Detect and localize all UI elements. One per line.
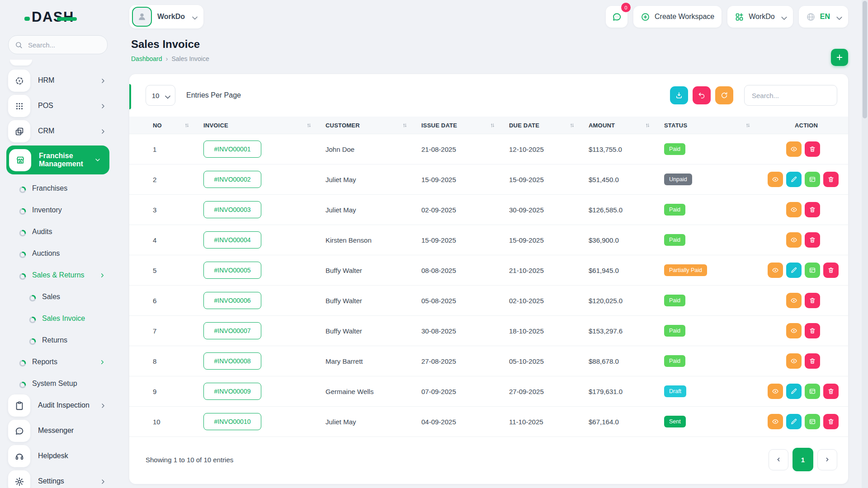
language-selector[interactable]: EN	[799, 6, 848, 28]
edit-button[interactable]	[786, 172, 802, 187]
column-header-amount[interactable]: AMOUNT	[589, 117, 664, 134]
invoice-link[interactable]: #INVO00008	[203, 352, 261, 370]
sidebar-item-sales-invoice[interactable]: Sales Invoice	[8, 308, 110, 329]
delete-button[interactable]	[823, 263, 839, 278]
entries-per-page-select[interactable]: 10	[146, 85, 175, 106]
payment-button[interactable]	[805, 172, 820, 187]
column-header-issue-date[interactable]: ISSUE DATE	[421, 117, 509, 134]
amount: $36,900.0	[589, 236, 619, 244]
view-button[interactable]	[768, 384, 783, 399]
customer-name: Buffy Walter	[326, 327, 362, 335]
sidebar-item-reports[interactable]: Reports	[8, 351, 110, 373]
ring-icon	[18, 272, 27, 281]
ring-icon-wrap	[28, 294, 35, 300]
sidebar-item-audits[interactable]: Audits	[8, 221, 110, 243]
sidebar-item-messenger[interactable]: Messenger	[8, 420, 110, 442]
view-button[interactable]	[786, 202, 802, 217]
edit-button[interactable]	[786, 263, 802, 278]
delete-button[interactable]	[823, 172, 839, 187]
delete-button[interactable]	[823, 414, 839, 429]
delete-button[interactable]	[805, 141, 820, 157]
invoice-link[interactable]: #INVO00007	[203, 322, 261, 339]
reset-filter-button[interactable]	[693, 86, 711, 104]
invoice-link[interactable]: #INVO00005	[203, 262, 261, 279]
view-button[interactable]	[786, 353, 802, 369]
sidebar-item-hrm[interactable]: HRM	[8, 70, 110, 92]
invoice-link[interactable]: #INVO00009	[203, 383, 261, 400]
page-scrollbar[interactable]	[862, 0, 868, 488]
invoice-link[interactable]: #INVO00006	[203, 292, 261, 309]
sidebar-item-audit-inspection[interactable]: Audit Inspection	[8, 394, 110, 417]
cell-amount: $36,900.0	[589, 225, 664, 255]
sidebar-item-auctions[interactable]: Auctions	[8, 243, 110, 264]
delete-button[interactable]	[805, 202, 820, 217]
workspace-selector[interactable]: WorkDo	[129, 5, 203, 28]
payment-button[interactable]	[805, 263, 820, 278]
view-button[interactable]	[768, 263, 783, 278]
cell-customer: Germaine Wells	[326, 376, 421, 407]
invoice-link[interactable]: #INVO00001	[203, 141, 261, 158]
trash-icon	[809, 206, 816, 213]
cell-status: Partially Paid	[664, 255, 764, 286]
invoice-link[interactable]: #INVO00002	[203, 171, 261, 188]
sidebar-search	[8, 35, 108, 54]
sidebar-item-sales[interactable]: Sales	[8, 286, 110, 308]
cell-amount: $88,678.0	[589, 346, 664, 376]
view-button[interactable]	[768, 172, 783, 187]
sidebar-item-helpdesk[interactable]: Helpdesk	[8, 445, 110, 467]
sidebar-item-returns[interactable]: Returns	[8, 329, 110, 351]
customer-name: Buffy Walter	[326, 297, 362, 305]
customer-name: Germaine Wells	[326, 388, 373, 395]
view-button[interactable]	[786, 141, 802, 157]
pagination-next-button[interactable]	[817, 449, 837, 470]
sidebar-item-system-setup[interactable]: System Setup	[8, 373, 110, 394]
create-workspace-button[interactable]: Create Workspace	[633, 6, 722, 28]
pagination-prev-button[interactable]	[769, 449, 788, 470]
account-switcher[interactable]: WorkDo	[727, 6, 793, 28]
pagination-page-1-button[interactable]: 1	[793, 448, 813, 471]
edit-button[interactable]	[786, 384, 802, 399]
app-root: DASH HRMPOSCRMFranchise ManagementFranch…	[0, 0, 868, 488]
sidebar-item-franchise-management[interactable]: Franchise Management	[6, 145, 109, 174]
messages-button[interactable]: 0	[606, 6, 627, 28]
column-header-customer[interactable]: CUSTOMER	[326, 117, 421, 134]
table-search-input[interactable]	[744, 85, 837, 106]
column-header-due-date[interactable]: DUE DATE	[509, 117, 589, 134]
column-header-status[interactable]: STATUS	[664, 117, 764, 134]
delete-button[interactable]	[823, 384, 839, 399]
page-title: Sales Invoice	[131, 38, 209, 51]
column-header-invoice[interactable]: INVOICE	[203, 117, 326, 134]
app-logo[interactable]: DASH	[0, 0, 116, 34]
sidebar-item-sales-returns[interactable]: Sales & Returns	[8, 264, 110, 286]
reload-button[interactable]	[715, 86, 733, 104]
sidebar-item-crm[interactable]: CRM	[8, 120, 110, 142]
page-scrollbar-thumb[interactable]	[863, 1, 867, 118]
view-button[interactable]	[786, 293, 802, 308]
payment-button[interactable]	[805, 384, 820, 399]
breadcrumb-dashboard-link[interactable]: Dashboard	[131, 55, 162, 62]
view-button[interactable]	[786, 323, 802, 338]
delete-button[interactable]	[805, 353, 820, 369]
sidebar-item-inventory[interactable]: Inventory	[8, 199, 110, 221]
column-header-no[interactable]: NO	[129, 117, 203, 134]
invoice-link[interactable]: #INVO00010	[203, 413, 261, 430]
sort-icon	[569, 122, 575, 128]
edit-button[interactable]	[786, 414, 802, 429]
add-invoice-button[interactable]	[831, 49, 848, 66]
payment-button[interactable]	[805, 414, 820, 429]
sidebar-item-label: Sales Invoice	[42, 314, 110, 323]
cell-no: 1	[129, 134, 203, 164]
sidebar-item-franchises[interactable]: Franchises	[8, 178, 110, 199]
card-accent-bar	[129, 84, 131, 109]
delete-button[interactable]	[805, 323, 820, 338]
export-button[interactable]	[670, 86, 688, 104]
delete-button[interactable]	[805, 232, 820, 248]
invoice-link[interactable]: #INVO00003	[203, 201, 261, 218]
sidebar-item-settings[interactable]: Settings	[8, 470, 110, 488]
view-button[interactable]	[768, 414, 783, 429]
delete-button[interactable]	[805, 293, 820, 308]
sidebar-search-input[interactable]	[27, 41, 101, 49]
sidebar-item-pos[interactable]: POS	[8, 95, 110, 117]
view-button[interactable]	[786, 232, 802, 248]
invoice-link[interactable]: #INVO00004	[203, 231, 261, 249]
